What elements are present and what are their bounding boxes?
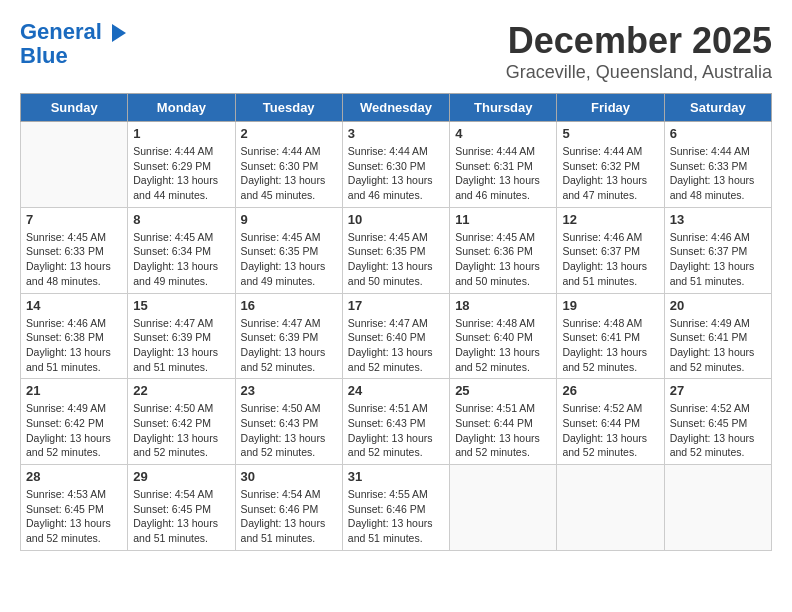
day-detail: Sunrise: 4:49 AM Sunset: 6:42 PM Dayligh… — [26, 401, 122, 460]
day-number: 8 — [133, 212, 229, 227]
day-number: 4 — [455, 126, 551, 141]
calendar-cell: 12Sunrise: 4:46 AM Sunset: 6:37 PM Dayli… — [557, 207, 664, 293]
day-number: 7 — [26, 212, 122, 227]
day-number: 18 — [455, 298, 551, 313]
day-detail: Sunrise: 4:44 AM Sunset: 6:30 PM Dayligh… — [241, 144, 337, 203]
calendar-cell: 8Sunrise: 4:45 AM Sunset: 6:34 PM Daylig… — [128, 207, 235, 293]
calendar-cell: 25Sunrise: 4:51 AM Sunset: 6:44 PM Dayli… — [450, 379, 557, 465]
calendar-cell: 27Sunrise: 4:52 AM Sunset: 6:45 PM Dayli… — [664, 379, 771, 465]
day-number: 13 — [670, 212, 766, 227]
calendar-cell: 20Sunrise: 4:49 AM Sunset: 6:41 PM Dayli… — [664, 293, 771, 379]
day-number: 17 — [348, 298, 444, 313]
calendar-cell: 29Sunrise: 4:54 AM Sunset: 6:45 PM Dayli… — [128, 465, 235, 551]
calendar-cell: 30Sunrise: 4:54 AM Sunset: 6:46 PM Dayli… — [235, 465, 342, 551]
day-detail: Sunrise: 4:47 AM Sunset: 6:40 PM Dayligh… — [348, 316, 444, 375]
week-row-3: 14Sunrise: 4:46 AM Sunset: 6:38 PM Dayli… — [21, 293, 772, 379]
week-row-2: 7Sunrise: 4:45 AM Sunset: 6:33 PM Daylig… — [21, 207, 772, 293]
day-detail: Sunrise: 4:44 AM Sunset: 6:30 PM Dayligh… — [348, 144, 444, 203]
calendar-table: SundayMondayTuesdayWednesdayThursdayFrid… — [20, 93, 772, 551]
day-number: 24 — [348, 383, 444, 398]
logo: General Blue — [20, 20, 126, 68]
calendar-cell: 4Sunrise: 4:44 AM Sunset: 6:31 PM Daylig… — [450, 122, 557, 208]
calendar-cell: 5Sunrise: 4:44 AM Sunset: 6:32 PM Daylig… — [557, 122, 664, 208]
day-header-saturday: Saturday — [664, 94, 771, 122]
week-row-1: 1Sunrise: 4:44 AM Sunset: 6:29 PM Daylig… — [21, 122, 772, 208]
calendar-cell: 6Sunrise: 4:44 AM Sunset: 6:33 PM Daylig… — [664, 122, 771, 208]
day-detail: Sunrise: 4:50 AM Sunset: 6:43 PM Dayligh… — [241, 401, 337, 460]
logo-blue: Blue — [20, 44, 126, 68]
day-detail: Sunrise: 4:51 AM Sunset: 6:44 PM Dayligh… — [455, 401, 551, 460]
calendar-cell: 11Sunrise: 4:45 AM Sunset: 6:36 PM Dayli… — [450, 207, 557, 293]
day-detail: Sunrise: 4:47 AM Sunset: 6:39 PM Dayligh… — [133, 316, 229, 375]
calendar-cell — [21, 122, 128, 208]
calendar-cell: 14Sunrise: 4:46 AM Sunset: 6:38 PM Dayli… — [21, 293, 128, 379]
calendar-cell: 1Sunrise: 4:44 AM Sunset: 6:29 PM Daylig… — [128, 122, 235, 208]
day-detail: Sunrise: 4:45 AM Sunset: 6:34 PM Dayligh… — [133, 230, 229, 289]
calendar-cell — [557, 465, 664, 551]
day-number: 16 — [241, 298, 337, 313]
day-number: 9 — [241, 212, 337, 227]
day-number: 26 — [562, 383, 658, 398]
calendar-cell: 10Sunrise: 4:45 AM Sunset: 6:35 PM Dayli… — [342, 207, 449, 293]
day-detail: Sunrise: 4:45 AM Sunset: 6:35 PM Dayligh… — [241, 230, 337, 289]
day-detail: Sunrise: 4:46 AM Sunset: 6:37 PM Dayligh… — [562, 230, 658, 289]
day-number: 28 — [26, 469, 122, 484]
calendar-cell: 26Sunrise: 4:52 AM Sunset: 6:44 PM Dayli… — [557, 379, 664, 465]
day-detail: Sunrise: 4:53 AM Sunset: 6:45 PM Dayligh… — [26, 487, 122, 546]
calendar-cell: 15Sunrise: 4:47 AM Sunset: 6:39 PM Dayli… — [128, 293, 235, 379]
calendar-cell: 18Sunrise: 4:48 AM Sunset: 6:40 PM Dayli… — [450, 293, 557, 379]
calendar-header-row: SundayMondayTuesdayWednesdayThursdayFrid… — [21, 94, 772, 122]
page-header: General Blue December 2025 Graceville, Q… — [20, 20, 772, 83]
calendar-cell: 17Sunrise: 4:47 AM Sunset: 6:40 PM Dayli… — [342, 293, 449, 379]
day-header-tuesday: Tuesday — [235, 94, 342, 122]
day-detail: Sunrise: 4:45 AM Sunset: 6:33 PM Dayligh… — [26, 230, 122, 289]
day-detail: Sunrise: 4:47 AM Sunset: 6:39 PM Dayligh… — [241, 316, 337, 375]
day-detail: Sunrise: 4:48 AM Sunset: 6:40 PM Dayligh… — [455, 316, 551, 375]
calendar-cell: 24Sunrise: 4:51 AM Sunset: 6:43 PM Dayli… — [342, 379, 449, 465]
day-header-thursday: Thursday — [450, 94, 557, 122]
day-number: 23 — [241, 383, 337, 398]
day-detail: Sunrise: 4:52 AM Sunset: 6:45 PM Dayligh… — [670, 401, 766, 460]
day-detail: Sunrise: 4:54 AM Sunset: 6:46 PM Dayligh… — [241, 487, 337, 546]
calendar-cell: 9Sunrise: 4:45 AM Sunset: 6:35 PM Daylig… — [235, 207, 342, 293]
day-header-monday: Monday — [128, 94, 235, 122]
day-detail: Sunrise: 4:44 AM Sunset: 6:33 PM Dayligh… — [670, 144, 766, 203]
day-number: 20 — [670, 298, 766, 313]
day-detail: Sunrise: 4:45 AM Sunset: 6:36 PM Dayligh… — [455, 230, 551, 289]
day-header-wednesday: Wednesday — [342, 94, 449, 122]
calendar-cell: 13Sunrise: 4:46 AM Sunset: 6:37 PM Dayli… — [664, 207, 771, 293]
day-detail: Sunrise: 4:44 AM Sunset: 6:31 PM Dayligh… — [455, 144, 551, 203]
day-number: 27 — [670, 383, 766, 398]
calendar-cell: 23Sunrise: 4:50 AM Sunset: 6:43 PM Dayli… — [235, 379, 342, 465]
day-number: 6 — [670, 126, 766, 141]
calendar-cell: 21Sunrise: 4:49 AM Sunset: 6:42 PM Dayli… — [21, 379, 128, 465]
day-detail: Sunrise: 4:54 AM Sunset: 6:45 PM Dayligh… — [133, 487, 229, 546]
day-number: 1 — [133, 126, 229, 141]
day-number: 31 — [348, 469, 444, 484]
day-number: 15 — [133, 298, 229, 313]
day-detail: Sunrise: 4:44 AM Sunset: 6:32 PM Dayligh… — [562, 144, 658, 203]
calendar-cell: 19Sunrise: 4:48 AM Sunset: 6:41 PM Dayli… — [557, 293, 664, 379]
day-number: 14 — [26, 298, 122, 313]
day-detail: Sunrise: 4:52 AM Sunset: 6:44 PM Dayligh… — [562, 401, 658, 460]
day-number: 29 — [133, 469, 229, 484]
logo-general: General — [20, 19, 102, 44]
calendar-cell: 3Sunrise: 4:44 AM Sunset: 6:30 PM Daylig… — [342, 122, 449, 208]
day-detail: Sunrise: 4:44 AM Sunset: 6:29 PM Dayligh… — [133, 144, 229, 203]
day-number: 3 — [348, 126, 444, 141]
day-number: 30 — [241, 469, 337, 484]
calendar-cell: 2Sunrise: 4:44 AM Sunset: 6:30 PM Daylig… — [235, 122, 342, 208]
day-number: 11 — [455, 212, 551, 227]
day-number: 12 — [562, 212, 658, 227]
day-detail: Sunrise: 4:46 AM Sunset: 6:37 PM Dayligh… — [670, 230, 766, 289]
calendar-cell — [450, 465, 557, 551]
day-number: 2 — [241, 126, 337, 141]
week-row-4: 21Sunrise: 4:49 AM Sunset: 6:42 PM Dayli… — [21, 379, 772, 465]
calendar-cell: 31Sunrise: 4:55 AM Sunset: 6:46 PM Dayli… — [342, 465, 449, 551]
day-header-friday: Friday — [557, 94, 664, 122]
calendar-cell: 16Sunrise: 4:47 AM Sunset: 6:39 PM Dayli… — [235, 293, 342, 379]
calendar-cell — [664, 465, 771, 551]
week-row-5: 28Sunrise: 4:53 AM Sunset: 6:45 PM Dayli… — [21, 465, 772, 551]
day-detail: Sunrise: 4:55 AM Sunset: 6:46 PM Dayligh… — [348, 487, 444, 546]
month-title: December 2025 — [506, 20, 772, 62]
